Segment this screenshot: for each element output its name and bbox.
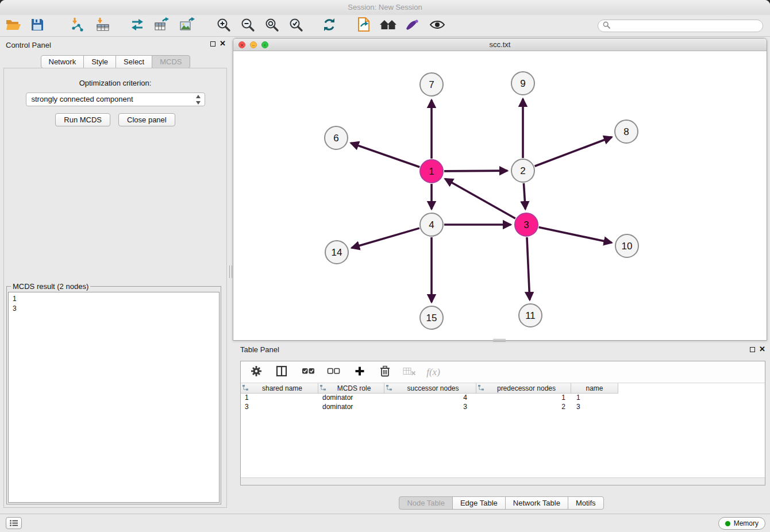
zoom-out-button[interactable] xyxy=(238,16,257,36)
edge-2-3[interactable] xyxy=(523,183,525,209)
edge-1-2[interactable] xyxy=(444,171,507,171)
close-window-icon[interactable]: ✕ xyxy=(238,41,245,48)
import-table-button[interactable] xyxy=(93,16,113,36)
save-session-button[interactable] xyxy=(28,16,47,36)
tab-select[interactable]: Select xyxy=(116,55,152,68)
node-label: 14 xyxy=(332,247,342,258)
open-session-button[interactable] xyxy=(3,16,23,36)
edge-3-11[interactable] xyxy=(527,237,530,300)
export-image-button[interactable] xyxy=(177,16,197,36)
import-table-icon xyxy=(95,17,110,34)
maximize-window-icon[interactable]: + xyxy=(261,41,268,48)
table-settings-button[interactable] xyxy=(248,364,265,381)
table-horizontal-scrollbar[interactable] xyxy=(241,477,765,485)
zoom-fit-button[interactable] xyxy=(262,16,282,36)
criterion-dropdown-value: strongly connected component xyxy=(32,95,133,103)
plus-icon xyxy=(355,366,365,379)
node-label: 7 xyxy=(429,79,434,90)
network-window-title: scc.txt xyxy=(233,38,767,51)
table-cell: 1 xyxy=(571,394,618,403)
float-table-panel-icon[interactable] xyxy=(750,347,755,352)
graph-svg[interactable]: 7968124314101511 xyxy=(233,51,767,341)
table-row[interactable]: 1dominator411 xyxy=(241,394,765,403)
search-icon xyxy=(603,21,610,31)
folder-icon xyxy=(5,18,21,34)
minimize-window-icon[interactable]: − xyxy=(250,41,257,48)
close-panel-button[interactable]: Close panel xyxy=(118,113,175,126)
app-window: Session: New Session xyxy=(0,0,770,532)
mcds-pane: Optimization criterion: strongly connect… xyxy=(3,68,227,508)
column-header-name[interactable]: name xyxy=(571,383,618,394)
select-all-button[interactable] xyxy=(299,364,317,381)
edge-4-14[interactable] xyxy=(352,228,419,248)
network-window-titlebar[interactable]: ✕ − + scc.txt xyxy=(233,38,767,51)
export-network-button[interactable] xyxy=(128,16,147,36)
table-toolbar: f(x) xyxy=(241,361,765,383)
criterion-dropdown[interactable]: strongly connected component xyxy=(26,92,205,106)
edge-2-8[interactable] xyxy=(535,137,612,167)
zoom-in-button[interactable] xyxy=(214,16,233,36)
unchecked-boxes-icon xyxy=(327,367,340,377)
delete-table-button[interactable] xyxy=(401,364,418,381)
table-row[interactable]: 3dominator323 xyxy=(241,403,765,412)
add-column-button[interactable] xyxy=(351,364,368,381)
node-label: 10 xyxy=(622,241,633,252)
node-table-container: f(x) shared name MCDS role successor nod… xyxy=(240,361,765,485)
edge-1-6[interactable] xyxy=(351,143,419,167)
zoom-fit-icon xyxy=(264,17,279,34)
task-history-button[interactable] xyxy=(6,517,22,529)
edge-3-10[interactable] xyxy=(539,228,612,243)
search-field[interactable] xyxy=(598,20,763,32)
tab-motifs[interactable]: Motifs xyxy=(568,496,604,510)
node-label: 1 xyxy=(429,166,434,177)
column-header-mcds-role[interactable]: MCDS role xyxy=(318,383,384,394)
memory-label: Memory xyxy=(734,519,759,527)
refresh-button[interactable] xyxy=(319,16,339,36)
gear-icon xyxy=(251,365,262,379)
column-header-successor-nodes[interactable]: successor nodes xyxy=(384,383,476,394)
zoom-selected-button[interactable] xyxy=(286,16,306,36)
column-header-predecessor-nodes[interactable]: predecessor nodes xyxy=(476,383,571,394)
memory-button[interactable]: Memory xyxy=(718,517,765,530)
tab-node-table[interactable]: Node Table xyxy=(399,496,453,510)
tab-edge-table[interactable]: Edge Table xyxy=(452,496,506,510)
network-manager-button[interactable] xyxy=(378,16,398,36)
tab-mcds[interactable]: MCDS xyxy=(152,55,190,68)
table-cell: 4 xyxy=(384,394,476,403)
apply-style-button[interactable] xyxy=(402,16,422,36)
tab-network[interactable]: Network xyxy=(40,55,84,68)
tab-network-table[interactable]: Network Table xyxy=(505,496,568,510)
import-network-button[interactable] xyxy=(68,16,87,36)
refresh-icon xyxy=(322,17,337,34)
search-input[interactable] xyxy=(613,21,758,30)
float-panel-icon[interactable] xyxy=(210,41,215,47)
tab-style[interactable]: Style xyxy=(83,55,116,68)
main-toolbar xyxy=(0,15,770,37)
control-panel-title: Control Panel xyxy=(6,41,51,49)
copy-document-button[interactable] xyxy=(354,16,374,36)
table-cell: dominator xyxy=(318,394,384,403)
column-header-shared-name[interactable]: shared name xyxy=(241,383,318,394)
node-label: 2 xyxy=(520,165,525,176)
horizontal-splitter-handle[interactable] xyxy=(493,339,506,342)
edge-3-1[interactable] xyxy=(445,179,515,218)
export-table-button[interactable] xyxy=(152,16,171,36)
table-cell: dominator xyxy=(318,403,384,412)
network-canvas[interactable]: 7968124314101511 xyxy=(233,51,767,340)
deselect-all-button[interactable] xyxy=(325,364,342,381)
close-panel-icon[interactable]: ✕ xyxy=(220,40,226,47)
vertical-splitter-handle[interactable] xyxy=(229,265,232,278)
node-label: 8 xyxy=(623,126,629,137)
function-builder-button[interactable]: f(x) xyxy=(425,364,442,381)
table-cell: 3 xyxy=(241,403,318,412)
import-network-icon xyxy=(70,17,85,34)
visibility-button[interactable] xyxy=(428,16,447,36)
mcds-result-list[interactable]: 1 3 xyxy=(8,292,220,503)
sort-tree-icon xyxy=(478,384,484,392)
window-title: Session: New Session xyxy=(0,0,770,15)
close-table-panel-icon[interactable]: ✕ xyxy=(759,346,765,353)
delete-column-button[interactable] xyxy=(376,364,394,381)
show-columns-button[interactable] xyxy=(273,364,290,381)
run-mcds-button[interactable]: Run MCDS xyxy=(55,113,110,126)
zoom-in-icon xyxy=(216,17,231,34)
